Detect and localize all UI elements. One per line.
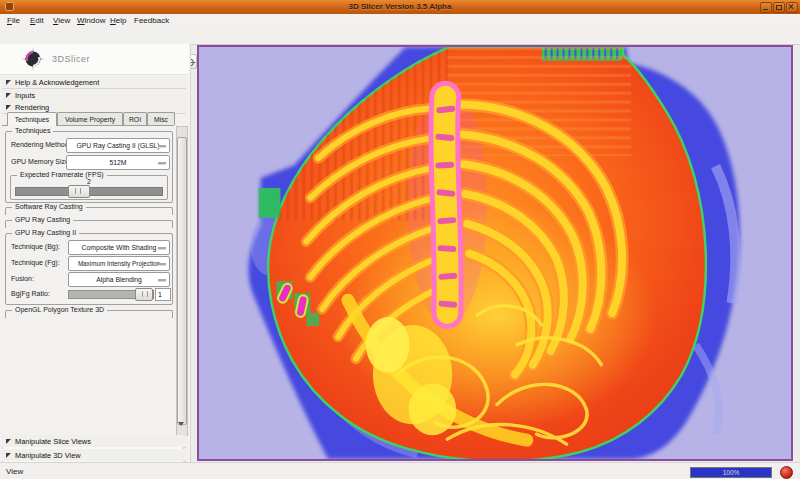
gpu-ray-casting-groupbox: GPU Ray Casting	[5, 220, 173, 228]
slicer-logo-icon	[20, 46, 46, 72]
collapse-triangle-icon	[6, 93, 11, 98]
collapse-triangle-icon	[6, 80, 11, 85]
threed-viewport[interactable]	[197, 45, 793, 461]
dropdown-indicator-icon	[158, 247, 166, 250]
dropdown-indicator-icon	[158, 162, 166, 165]
minimize-button[interactable]	[760, 2, 772, 13]
software-ray-casting-groupbox: Software Ray Casting	[5, 207, 173, 215]
technique-fg-combobox[interactable]: Maximum Intensity Projection	[68, 256, 170, 271]
gpu-ray-casting-ii-groupbox: GPU Ray Casting II Technique (Bg): Compo…	[5, 233, 173, 305]
maximize-button[interactable]	[773, 2, 785, 13]
framerate-slider-handle[interactable]	[68, 185, 90, 198]
rendering-method-label: Rendering Method	[11, 141, 69, 148]
gpu-memory-label: GPU Memory Size	[11, 158, 69, 165]
collapse-triangle-icon	[6, 453, 11, 458]
maximize-icon	[776, 5, 782, 10]
collapse-triangle-icon	[6, 439, 11, 444]
dropdown-indicator-icon	[158, 145, 166, 148]
tab-techniques[interactable]: Techniques	[7, 112, 57, 126]
title-bar[interactable]: 3D Slicer Version 3.5 Alpha	[0, 0, 800, 15]
window-title: 3D Slicer Version 3.5 Alpha	[0, 2, 800, 11]
main-toolbar: Modules: VolumeRendering A	[0, 26, 800, 45]
bgfg-ratio-value[interactable]: 1	[155, 288, 171, 301]
rendering-tabbar: Techniques Volume Property ROI Misc	[0, 112, 186, 126]
tab-misc[interactable]: Misc	[147, 112, 175, 125]
view-status-label: View	[6, 467, 23, 476]
volume-green-patch	[259, 188, 281, 218]
tab-volume-property[interactable]: Volume Property	[57, 112, 123, 125]
rendering-method-combobox[interactable]: GPU Ray Casting II (GLSL)	[66, 138, 170, 153]
technique-fg-label: Technique (Fg):	[11, 259, 60, 266]
spine	[435, 97, 457, 313]
collapse-triangle-icon	[6, 105, 11, 110]
techniques-groupbox: Techniques Rendering Method GPU Ray Cast…	[5, 131, 173, 203]
dropdown-indicator-icon	[158, 279, 166, 282]
logo-area: 3DSlicer	[0, 44, 189, 75]
technique-bg-combobox[interactable]: Composite With Shading	[68, 240, 170, 255]
framerate-group-title: Expected Framerate (FPS)	[17, 171, 107, 178]
gpu-memory-combobox[interactable]: 512M	[66, 155, 170, 170]
section-help-acknowledgement[interactable]: Help & Acknowledgement	[2, 76, 186, 89]
framerate-value: 2	[87, 178, 91, 185]
cancel-progress-button[interactable]	[780, 466, 793, 479]
fusion-label: Fusion:	[11, 275, 34, 282]
bgfg-ratio-slider-handle[interactable]	[135, 288, 153, 301]
bgfg-ratio-label: Bg|Fg Ratio:	[11, 290, 50, 297]
bgfg-ratio-slider[interactable]	[68, 290, 154, 299]
opengl-polygon-groupbox: OpenGL Polygon Texture 3D	[5, 310, 173, 318]
progress-bar: 100%	[690, 467, 772, 478]
tab-roi[interactable]: ROI	[123, 112, 147, 125]
progress-text: 100%	[691, 469, 771, 476]
slicer-window: 3D Slicer Version 3.5 Alpha File Edit Vi…	[0, 0, 800, 479]
dropdown-indicator-icon	[158, 263, 166, 266]
technique-bg-label: Technique (Bg):	[11, 243, 60, 250]
panel-scrollbar-thumb[interactable]	[177, 137, 187, 425]
close-button[interactable]	[786, 2, 798, 13]
framerate-groupbox: Expected Framerate (FPS) 2	[10, 175, 168, 200]
fusion-combobox[interactable]: Alpha Blending	[68, 272, 170, 287]
logo-text: 3DSlicer	[52, 54, 90, 64]
volume-render-view	[199, 47, 791, 459]
framerate-slider[interactable]	[15, 187, 163, 196]
status-bar: View 100%	[0, 462, 800, 479]
minimize-icon	[763, 9, 768, 10]
module-panel: 3DSlicer Help & Acknowledgement Inputs R…	[0, 44, 191, 462]
techniques-group-title: Techniques	[12, 127, 53, 134]
